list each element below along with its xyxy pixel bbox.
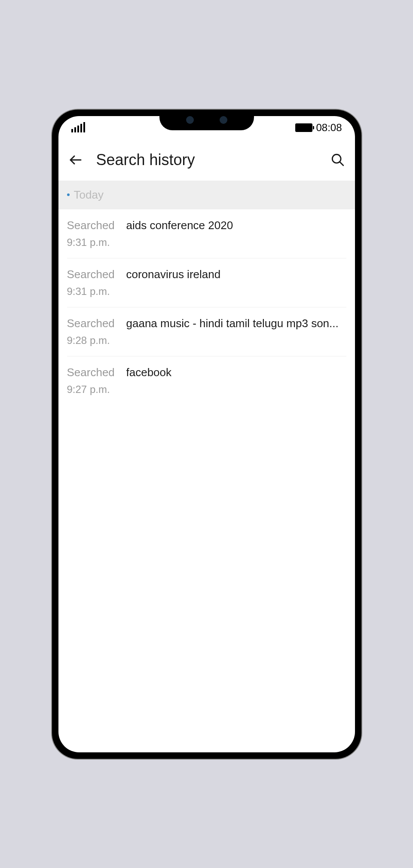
searched-label: Searched: [67, 317, 118, 330]
phone-notch: [159, 110, 254, 130]
status-right: 08:08: [295, 122, 342, 134]
day-section-header: Today: [58, 181, 355, 209]
history-time: 9:31 p.m.: [67, 285, 346, 298]
history-time: 9:31 p.m.: [67, 236, 346, 248]
status-time: 08:08: [316, 122, 342, 134]
searched-label: Searched: [67, 268, 118, 281]
notch-camera: [220, 116, 227, 124]
searched-label: Searched: [67, 366, 118, 379]
day-bullet-icon: [67, 193, 70, 196]
search-query: facebook: [126, 366, 172, 379]
svg-line-2: [340, 162, 343, 166]
history-item[interactable]: Searched facebook 9:27 p.m.: [67, 356, 346, 405]
arrow-left-icon: [68, 152, 83, 168]
search-query: coronavirus ireland: [126, 268, 221, 281]
page-title: Search history: [96, 151, 317, 169]
phone-screen: 08:08 Search history Today: [58, 116, 355, 752]
signal-icon: [71, 123, 85, 132]
day-label: Today: [74, 188, 104, 202]
history-item[interactable]: Searched aids conference 2020 9:31 p.m.: [67, 209, 346, 258]
history-list: Searched aids conference 2020 9:31 p.m. …: [58, 209, 355, 405]
search-query: aids conference 2020: [126, 219, 233, 232]
history-time: 9:28 p.m.: [67, 334, 346, 347]
search-query: gaana music - hindi tamil telugu mp3 son…: [126, 317, 339, 330]
battery-icon: [295, 123, 312, 132]
phone-frame: 08:08 Search history Today: [52, 110, 361, 759]
history-item[interactable]: Searched gaana music - hindi tamil telug…: [67, 307, 346, 356]
back-button[interactable]: [67, 151, 84, 169]
history-time: 9:27 p.m.: [67, 383, 346, 396]
search-button[interactable]: [329, 151, 346, 169]
history-item[interactable]: Searched coronavirus ireland 9:31 p.m.: [67, 258, 346, 307]
search-icon: [330, 153, 345, 167]
notch-sensor: [186, 116, 194, 124]
app-header: Search history: [58, 140, 355, 181]
searched-label: Searched: [67, 219, 118, 232]
